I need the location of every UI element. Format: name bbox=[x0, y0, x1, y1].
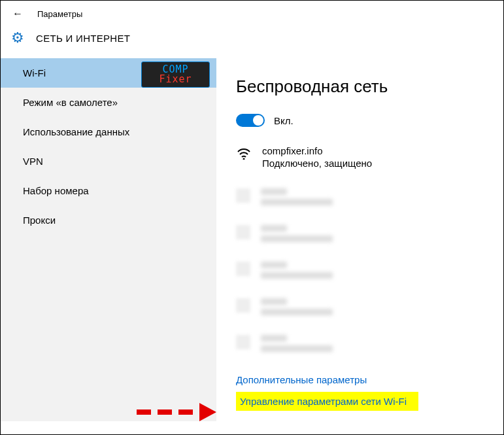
gear-icon: ⚙ bbox=[11, 31, 24, 45]
arrow-dash bbox=[158, 409, 172, 415]
arrow-dash bbox=[178, 409, 193, 415]
sidebar-item-dialup[interactable]: Набор номера bbox=[1, 176, 216, 205]
back-arrow-icon[interactable]: ← bbox=[12, 8, 23, 20]
toggle-label: Вкл. bbox=[274, 115, 294, 126]
sidebar-item-label: VPN bbox=[23, 156, 43, 167]
network-item-blurred[interactable] bbox=[236, 335, 484, 352]
toggle-knob bbox=[253, 115, 263, 126]
network-item-blurred[interactable] bbox=[236, 225, 484, 242]
sidebar-item-proxy[interactable]: Прокси bbox=[1, 205, 216, 235]
arrow-dash bbox=[137, 409, 151, 415]
sidebar-item-label: Wi-Fi bbox=[23, 67, 46, 78]
window-title: Параметры bbox=[37, 9, 82, 19]
manage-wifi-link[interactable]: Управление параметрами сети Wi-Fi bbox=[236, 392, 418, 411]
section-title: СЕТЬ И ИНТЕРНЕТ bbox=[36, 33, 130, 44]
wifi-icon-blurred bbox=[236, 188, 250, 203]
sidebar-item-vpn[interactable]: VPN bbox=[1, 147, 216, 176]
wifi-icon-blurred bbox=[236, 335, 250, 349]
main-panel: Беспроводная сеть Вкл. compfixer.info По… bbox=[216, 58, 503, 421]
page-heading: Беспроводная сеть bbox=[236, 77, 484, 97]
wifi-toggle-row: Вкл. bbox=[236, 114, 484, 127]
network-status: Подключено, защищено bbox=[262, 158, 372, 169]
sidebar-item-label: Набор номера bbox=[23, 185, 89, 196]
annotation-arrow bbox=[137, 403, 216, 421]
wifi-icon bbox=[236, 147, 252, 162]
sidebar-item-wifi[interactable]: Wi-Fi comp Fixer bbox=[1, 58, 216, 88]
logo-line2: Fixer bbox=[159, 75, 192, 84]
svg-point-0 bbox=[243, 158, 245, 160]
network-name: compfixer.info bbox=[262, 145, 372, 156]
arrow-head-icon bbox=[199, 403, 216, 421]
wifi-icon-blurred bbox=[236, 262, 250, 276]
sidebar-item-airplane[interactable]: Режим «в самолете» bbox=[1, 88, 216, 117]
advanced-settings-link[interactable]: Дополнительные параметры bbox=[236, 374, 484, 385]
content-area: Wi-Fi comp Fixer Режим «в самолете» Испо… bbox=[1, 58, 503, 421]
compfixer-logo: comp Fixer bbox=[141, 61, 210, 88]
sidebar-item-data-usage[interactable]: Использование данных bbox=[1, 117, 216, 147]
wifi-toggle[interactable] bbox=[236, 114, 265, 127]
header-row: ⚙ СЕТЬ И ИНТЕРНЕТ bbox=[1, 27, 503, 58]
sidebar-item-label: Режим «в самолете» bbox=[23, 97, 118, 108]
network-connected[interactable]: compfixer.info Подключено, защищено bbox=[236, 145, 484, 169]
wifi-icon-blurred bbox=[236, 298, 250, 313]
network-item-blurred[interactable] bbox=[236, 188, 484, 205]
sidebar-item-label: Прокси bbox=[23, 215, 56, 226]
network-item-blurred[interactable] bbox=[236, 298, 484, 315]
sidebar: Wi-Fi comp Fixer Режим «в самолете» Испо… bbox=[1, 58, 216, 421]
titlebar: ← Параметры bbox=[1, 1, 503, 27]
sidebar-item-label: Использование данных bbox=[23, 126, 129, 137]
wifi-icon-blurred bbox=[236, 225, 250, 239]
network-item-blurred[interactable] bbox=[236, 262, 484, 279]
